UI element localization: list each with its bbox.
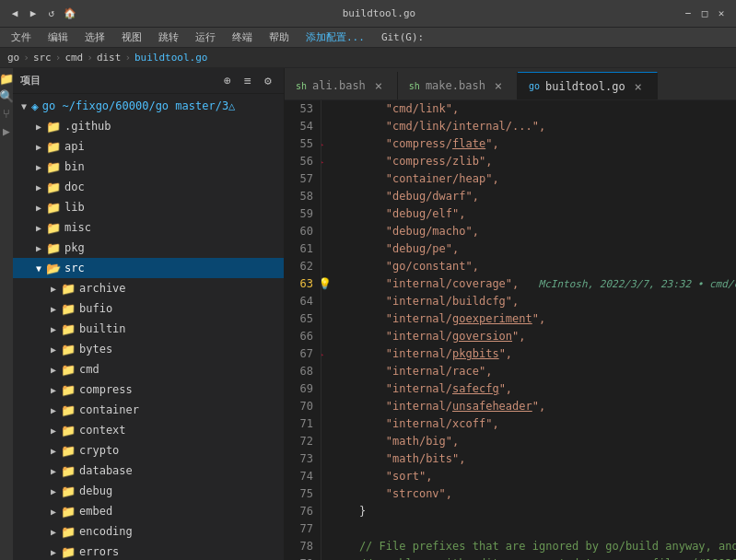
code-line-61: "debug/pe",: [333, 240, 736, 258]
sidebar-item-embed[interactable]: ▶ 📁 embed: [13, 501, 284, 521]
sidebar-item-archive[interactable]: ▶ 📁 archive: [13, 278, 284, 298]
sidebar-item-container[interactable]: ▶ 📁 container: [13, 400, 284, 420]
compress-folder-icon: 📁: [61, 383, 76, 397]
sidebar-item-api[interactable]: ▶ 📁 api: [13, 136, 284, 157]
sidebar-item-pkg[interactable]: ▶ 📁 pkg: [13, 238, 284, 258]
code-line-55: ▷ "compress/flate",: [333, 135, 736, 153]
sidebar-item-bin[interactable]: ▶ 📁 bin: [13, 157, 284, 177]
sidebar-add-icon[interactable]: ⊕: [219, 73, 236, 89]
context-label: context: [79, 424, 126, 437]
tab-buildtool-go[interactable]: go buildtool.go ×: [518, 72, 658, 99]
sidebar-tree: ▼ ◈ go ~/fixgo/60000/go master/3△ ▶ 📁 .g…: [13, 94, 284, 560]
sidebar-title: 项目: [20, 74, 216, 88]
activity-debug[interactable]: ▶: [3, 124, 10, 138]
home-button[interactable]: 🏠: [63, 6, 77, 21]
forward-button[interactable]: ▶: [26, 6, 41, 21]
tabs-bar: sh ali.bash × sh make.bash × go buildtoo…: [285, 68, 736, 100]
sidebar-item-debug[interactable]: ▶ 📁 debug: [13, 481, 284, 501]
bufio-folder-icon: 📁: [61, 302, 76, 316]
activity-bar: 📁 🔍 ⑂ ▶: [0, 68, 13, 560]
menu-select[interactable]: 选择: [77, 29, 112, 46]
code-line-71: "internal/xcoff",: [333, 415, 736, 433]
src-label: src: [64, 262, 85, 274]
sidebar-item-misc[interactable]: ▶ 📁 misc: [13, 217, 284, 238]
back-button[interactable]: ◀: [7, 6, 22, 21]
tab-ali-bash-close[interactable]: ×: [371, 78, 386, 93]
sidebar-item-builtin[interactable]: ▶ 📁 builtin: [13, 319, 284, 339]
menu-run[interactable]: 运行: [188, 29, 223, 46]
sidebar-item-errors[interactable]: ▶ 📁 errors: [13, 542, 284, 560]
code-line-57: "container/heap",: [333, 170, 736, 188]
sidebar-item-bufio[interactable]: ▶ 📁 bufio: [13, 298, 284, 319]
tab-ali-bash[interactable]: sh ali.bash ×: [285, 72, 398, 99]
sidebar-item-doc[interactable]: ▶ 📁 doc: [13, 177, 284, 197]
encoding-label: encoding: [79, 525, 133, 538]
code-line-78: // File prefixes that are ignored by go/…: [333, 538, 736, 555]
activity-search[interactable]: 🔍: [0, 89, 14, 103]
bin-label: bin: [64, 160, 85, 173]
cmd-folder-icon: 📁: [61, 363, 76, 377]
window-controls[interactable]: ◀ ▶ ↺ 🏠: [7, 6, 77, 21]
github-label: .github: [64, 120, 111, 133]
menu-view[interactable]: 视图: [114, 29, 149, 46]
path-src[interactable]: src: [33, 52, 52, 64]
main-layout: 📁 🔍 ⑂ ▶ 项目 ⊕ ≡ ⚙ ▼ ◈ go ~/fixgo/60000/go…: [0, 68, 736, 560]
code-line-66: "internal/goversion",: [333, 328, 736, 345]
maximize-button[interactable]: □: [697, 6, 712, 21]
src-folder-icon: 📂: [46, 262, 61, 275]
menu-goto[interactable]: 跳转: [151, 29, 186, 46]
sidebar-item-context[interactable]: ▶ 📁 context: [13, 420, 284, 440]
menu-terminal[interactable]: 终端: [225, 29, 260, 46]
path-file[interactable]: buildtool.go: [134, 52, 207, 64]
sidebar-item-src[interactable]: ▼ 📂 src: [13, 258, 284, 278]
activity-git[interactable]: ⑂: [3, 107, 10, 121]
tab-buildtool-go-close[interactable]: ×: [631, 79, 646, 94]
sidebar-item-bytes[interactable]: ▶ 📁 bytes: [13, 339, 284, 359]
code-line-62: "go/constant",: [333, 258, 736, 275]
menu-file[interactable]: 文件: [4, 29, 39, 46]
tab-make-bash-close[interactable]: ×: [491, 78, 506, 93]
minimize-button[interactable]: −: [681, 6, 695, 21]
root-folder-icon: ◈: [31, 99, 39, 113]
tab-make-bash[interactable]: sh make.bash ×: [398, 72, 518, 99]
menu-add-config[interactable]: 添加配置...: [298, 29, 372, 46]
sidebar-collapse-icon[interactable]: ≡: [239, 73, 256, 89]
sidebar-item-database[interactable]: ▶ 📁 database: [13, 461, 284, 481]
nav-controls[interactable]: − □ ✕: [681, 6, 729, 21]
doc-folder-icon: 📁: [46, 181, 61, 194]
path-dist[interactable]: dist: [97, 52, 122, 64]
close-button[interactable]: ✕: [714, 6, 729, 21]
api-label: api: [64, 140, 85, 153]
tab-buildtool-go-label: buildtool.go: [545, 80, 625, 93]
sidebar-item-github[interactable]: ▶ 📁 .github: [13, 116, 284, 136]
sidebar-settings-icon[interactable]: ⚙: [260, 73, 276, 89]
lib-folder-icon: 📁: [46, 201, 61, 215]
path-go[interactable]: go: [7, 52, 19, 64]
code-line-60: "debug/macho",: [333, 223, 736, 240]
activity-explorer[interactable]: 📁: [0, 72, 14, 86]
menu-edit[interactable]: 编辑: [41, 29, 76, 46]
git-marker-67: ▷: [321, 345, 323, 363]
sidebar-item-crypto[interactable]: ▶ 📁 crypto: [13, 440, 284, 461]
sidebar-item-compress[interactable]: ▶ 📁 compress: [13, 379, 284, 400]
path-cmd[interactable]: cmd: [64, 52, 83, 64]
context-folder-icon: 📁: [61, 424, 76, 438]
code-line-64: "internal/buildcfg",: [333, 293, 736, 310]
code-line-69: "internal/safecfg",: [333, 380, 736, 398]
sidebar-item-cmd[interactable]: ▶ 📁 cmd: [13, 359, 284, 379]
menu-git[interactable]: Git(G):: [374, 29, 431, 45]
sidebar-root[interactable]: ▼ ◈ go ~/fixgo/60000/go master/3△: [13, 96, 284, 116]
left-panel: 📁 🔍 ⑂ ▶ 项目 ⊕ ≡ ⚙ ▼ ◈ go ~/fixgo/60000/go…: [0, 68, 285, 560]
menu-help[interactable]: 帮助: [262, 29, 297, 46]
sidebar-header: 项目 ⊕ ≡ ⚙: [13, 68, 284, 94]
code-area[interactable]: "cmd/link", "cmd/link/internal/...", ▷ "…: [321, 100, 736, 560]
sidebar: 项目 ⊕ ≡ ⚙ ▼ ◈ go ~/fixgo/60000/go master/…: [13, 68, 285, 560]
pkg-label: pkg: [64, 241, 85, 254]
cmd-label: cmd: [79, 363, 99, 376]
sidebar-item-encoding[interactable]: ▶ 📁 encoding: [13, 521, 284, 542]
code-line-59: "debug/elf",: [333, 205, 736, 223]
editor-content: 53 54 55 56 57 58 59 60 61 62 63 64 65 6…: [285, 100, 736, 560]
code-line-54: "cmd/link/internal/...",: [333, 118, 736, 135]
refresh-button[interactable]: ↺: [44, 6, 59, 21]
sidebar-item-lib[interactable]: ▶ 📁 lib: [13, 197, 284, 217]
